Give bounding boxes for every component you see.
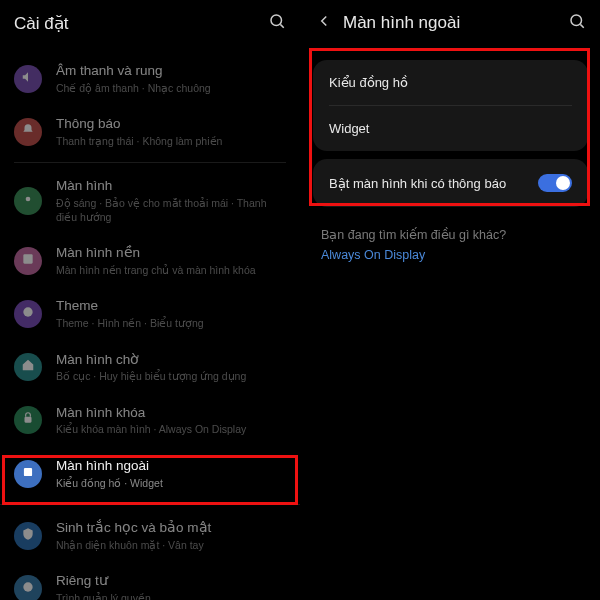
item-display[interactable]: Màn hìnhĐộ sáng · Bảo vệ cho mắt thoải m… [0, 167, 300, 234]
svg-rect-3 [23, 254, 32, 263]
item-sub: Kiểu khóa màn hình · Always On Display [56, 423, 286, 437]
item-label: Màn hình [56, 177, 286, 195]
item-homescreen[interactable]: Màn hình chờBố cục · Huy hiệu biểu tượng… [0, 341, 300, 394]
row-label: Bật màn hình khi có thông báo [329, 176, 506, 191]
svg-point-8 [571, 15, 582, 26]
item-label: Màn hình nền [56, 244, 286, 262]
item-label: Sinh trắc học và bảo mật [56, 519, 286, 537]
svg-point-0 [271, 15, 282, 26]
palette-icon [21, 305, 35, 323]
svg-line-9 [580, 24, 583, 27]
svg-rect-6 [24, 467, 32, 475]
item-themes[interactable]: ThemeTheme · Hình nền · Biểu tượng [0, 287, 300, 340]
item-sub: Màn hình nền trang chủ và màn hình khóa [56, 264, 286, 278]
link-aod[interactable]: Always On Display [321, 248, 580, 262]
item-sub: Theme · Hình nền · Biểu tượng [56, 317, 286, 331]
item-sub: Kiểu đồng hồ · Widget [56, 477, 286, 491]
sun-icon [21, 192, 35, 210]
svg-rect-5 [25, 417, 32, 423]
row-widget[interactable]: Widget [313, 106, 588, 151]
item-label: Theme [56, 297, 286, 315]
item-sub: Thanh trạng thái · Không làm phiền [56, 135, 286, 149]
item-lockscreen[interactable]: Màn hình khóaKiểu khóa màn hình · Always… [0, 394, 300, 447]
item-label: Màn hình chờ [56, 351, 286, 369]
settings-list: Âm thanh và rungChế độ âm thanh · Nhạc c… [0, 52, 300, 600]
item-privacy[interactable]: Riêng tưTrình quản lý quyền [0, 562, 300, 600]
item-label: Thông báo [56, 115, 286, 133]
item-label: Màn hình ngoài [56, 457, 286, 475]
settings-header: Cài đặt [0, 0, 300, 52]
home-icon [21, 358, 35, 376]
shield-icon [21, 527, 35, 545]
item-sub: Bố cục · Huy hiệu biểu tượng ứng dụng [56, 370, 286, 384]
svg-point-7 [23, 582, 32, 591]
item-label: Màn hình khóa [56, 404, 286, 422]
settings-title: Cài đặt [14, 13, 268, 34]
item-sound[interactable]: Âm thanh và rungChế độ âm thanh · Nhạc c… [0, 52, 300, 105]
lock-icon [21, 411, 35, 429]
options-card: Kiểu đồng hồ Widget [313, 60, 588, 151]
toggle-card: Bật màn hình khi có thông báo [313, 159, 588, 207]
detail-title: Màn hình ngoài [343, 13, 568, 33]
item-label: Âm thanh và rung [56, 62, 286, 80]
back-icon[interactable] [315, 12, 333, 34]
svg-point-4 [23, 307, 32, 316]
row-notify-toggle[interactable]: Bật màn hình khi có thông báo [313, 159, 588, 207]
cover-screen-icon [21, 465, 35, 483]
item-label: Riêng tư [56, 572, 286, 590]
toggle-switch[interactable] [538, 174, 572, 192]
svg-line-1 [280, 24, 283, 27]
row-label: Widget [329, 121, 369, 136]
item-cover-screen[interactable]: Màn hình ngoàiKiểu đồng hồ · Widget [0, 447, 300, 500]
search-hint: Bạn đang tìm kiếm điều gì khác? [321, 227, 580, 242]
bell-icon [21, 123, 35, 141]
detail-pane: Màn hình ngoài Kiểu đồng hồ Widget Bật m… [300, 0, 600, 600]
search-icon[interactable] [568, 12, 586, 34]
settings-pane: Cài đặt Âm thanh và rungChế độ âm thanh … [0, 0, 300, 600]
detail-header: Màn hình ngoài [301, 0, 600, 52]
image-icon [21, 252, 35, 270]
item-sub: Độ sáng · Bảo vệ cho mắt thoải mái · Tha… [56, 197, 286, 224]
item-sub: Nhận diện khuôn mặt · Vân tay [56, 539, 286, 553]
svg-point-2 [26, 196, 31, 201]
search-icon[interactable] [268, 12, 286, 34]
item-wallpaper[interactable]: Màn hình nềnMàn hình nền trang chủ và mà… [0, 234, 300, 287]
item-notifications[interactable]: Thông báoThanh trạng thái · Không làm ph… [0, 105, 300, 158]
row-clock-style[interactable]: Kiểu đồng hồ [313, 60, 588, 105]
item-sub: Chế độ âm thanh · Nhạc chuông [56, 82, 286, 96]
item-biometrics[interactable]: Sinh trắc học và bảo mậtNhận diện khuôn … [0, 509, 300, 562]
item-sub: Trình quản lý quyền [56, 592, 286, 600]
sound-icon [21, 70, 35, 88]
row-label: Kiểu đồng hồ [329, 75, 408, 90]
privacy-icon [21, 580, 35, 598]
